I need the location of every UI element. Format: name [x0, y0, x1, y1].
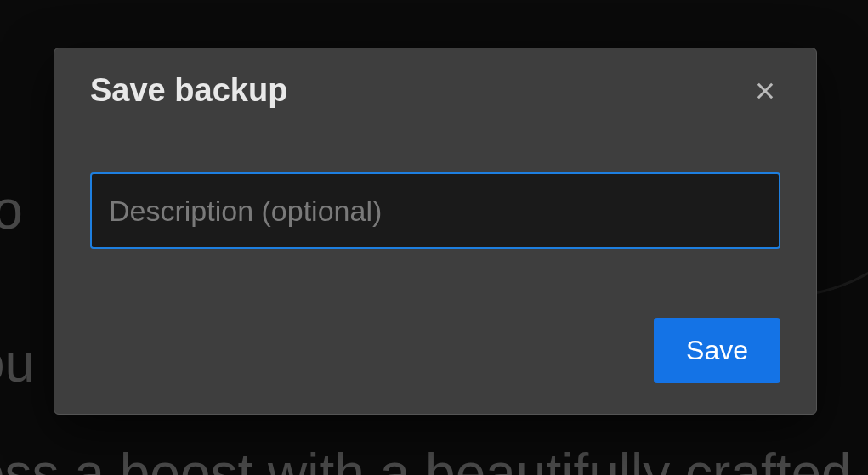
modal-footer: Save — [90, 318, 780, 383]
description-input[interactable] — [90, 172, 780, 249]
close-button[interactable] — [750, 76, 780, 106]
modal-header: Save backup — [54, 48, 816, 133]
background-text: ou — [0, 331, 35, 394]
save-button[interactable]: Save — [654, 318, 780, 383]
modal-body: Save — [54, 133, 816, 414]
background-text: ess a boost with a beautifully crafted — [0, 442, 852, 475]
save-backup-modal: Save backup Save — [54, 48, 817, 415]
background-text: ro — [0, 178, 23, 241]
modal-title: Save backup — [90, 72, 287, 109]
close-icon — [753, 79, 777, 103]
